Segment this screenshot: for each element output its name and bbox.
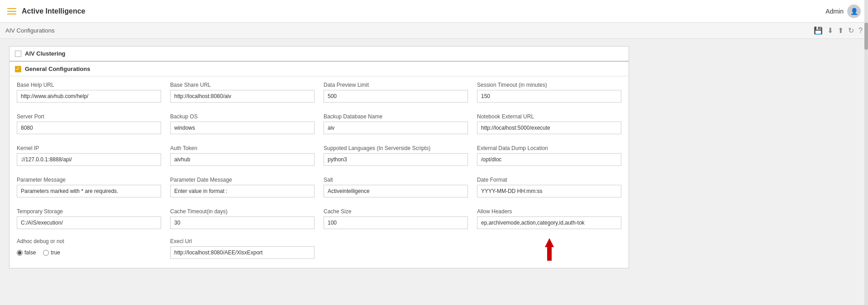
general-panel: General Configurations Base Help URL Bas… [9, 61, 629, 268]
top-nav: Active Intelligence Admin 👤 [0, 0, 868, 23]
kernel-ip-input[interactable] [17, 153, 161, 166]
supported-languages-input[interactable] [324, 153, 468, 166]
svg-marker-0 [545, 238, 554, 261]
breadcrumb-bar: AIV Configurations 💾 ⬇ ⬆ ↻ ? [0, 23, 868, 39]
cache-timeout-label: Cache Timeout(in days) [170, 208, 315, 215]
nav-left: Active Intelligence [7, 7, 86, 15]
clustering-panel-header: AIV Clustering [10, 47, 629, 61]
kernel-ip-field: Kernel IP [17, 145, 161, 166]
backup-os-label: Backup OS [170, 113, 315, 120]
menu-icon[interactable] [7, 8, 16, 14]
data-preview-limit-input[interactable] [324, 90, 468, 103]
backup-os-input[interactable] [170, 122, 315, 134]
scrollbar-thumb[interactable] [864, 23, 868, 50]
execl-url-field: Execl Url [170, 238, 315, 261]
session-timeout-label: Session Timeout (in minutes) [477, 82, 621, 88]
server-port-label: Server Port [17, 113, 161, 120]
execl-url-input[interactable] [170, 246, 315, 259]
base-share-url-label: Base Share URL [170, 82, 315, 88]
base-help-url-input[interactable] [17, 90, 161, 103]
allow-headers-field: Allow Headers [477, 208, 621, 229]
temporary-storage-input[interactable] [17, 216, 161, 229]
server-port-input[interactable] [17, 122, 161, 134]
form-row-4: Parameter Message Parameter Date Message… [10, 171, 629, 203]
help-icon[interactable]: ? [858, 27, 863, 35]
avatar: 👤 [847, 5, 861, 18]
general-panel-title: General Configurations [25, 66, 90, 72]
date-format-field: Date Format [477, 177, 621, 197]
radio-false-input[interactable] [17, 250, 23, 256]
temporary-storage-field: Temporary Storage [17, 208, 161, 229]
auth-token-field: Auth Token [170, 145, 315, 166]
notebook-external-url-field: Notebook External URL [477, 113, 621, 134]
allow-headers-label: Allow Headers [477, 208, 621, 215]
base-share-url-input[interactable] [170, 90, 315, 103]
kernel-ip-label: Kernel IP [17, 145, 161, 151]
breadcrumb: AIV Configurations [5, 27, 54, 34]
cache-timeout-input[interactable] [170, 216, 315, 229]
adhoc-debug-radio-group: false true [17, 246, 161, 259]
cache-size-field: Cache Size [324, 208, 468, 229]
radio-true-input[interactable] [43, 250, 49, 256]
admin-label: Admin [825, 8, 844, 15]
notebook-external-url-input[interactable] [477, 122, 621, 134]
auth-token-input[interactable] [170, 153, 315, 166]
radio-false-label: false [24, 249, 36, 256]
backup-db-name-input[interactable] [324, 122, 468, 134]
base-share-url-field: Base Share URL [170, 82, 315, 103]
backup-os-field: Backup OS [170, 113, 315, 134]
form-row-5: Temporary Storage Cache Timeout(in days)… [10, 203, 629, 235]
radio-true-label: true [51, 249, 60, 256]
base-help-url-label: Base Help URL [17, 82, 161, 88]
clustering-panel: AIV Clustering [9, 46, 629, 61]
scrollbar[interactable] [864, 0, 868, 305]
adhoc-debug-label: Adhoc debug or not [17, 238, 161, 244]
salt-input[interactable] [324, 185, 468, 197]
empty-col-3 [324, 238, 468, 261]
allow-headers-input[interactable] [477, 216, 621, 229]
upload-icon[interactable]: ⬆ [838, 26, 844, 35]
external-data-dump-field: External Data Dump Location [477, 145, 621, 166]
radio-false-option[interactable]: false [17, 249, 36, 256]
radio-true-option[interactable]: true [43, 249, 60, 256]
clustering-panel-title: AIV Clustering [25, 50, 66, 57]
form-row-1: Base Help URL Base Share URL Data Previe… [10, 76, 629, 108]
parameter-date-message-input[interactable] [170, 185, 315, 197]
red-arrow-indicator [543, 238, 556, 261]
cache-size-input[interactable] [324, 216, 468, 229]
data-preview-limit-label: Data Preview Limit [324, 82, 468, 88]
supported-languages-label: Suppoted Languages (In Serverside Script… [324, 145, 468, 151]
external-data-dump-label: External Data Dump Location [477, 145, 621, 151]
arrow-col [477, 238, 621, 261]
download-icon[interactable]: ⬇ [827, 26, 833, 35]
save-config-icon[interactable]: 💾 [814, 26, 823, 35]
parameter-date-message-field: Parameter Date Message [170, 177, 315, 197]
app-title: Active Intelligence [22, 7, 86, 15]
date-format-input[interactable] [477, 185, 621, 197]
form-row-6: Adhoc debug or not false true Execl Url [10, 235, 629, 268]
clustering-checkbox[interactable] [15, 51, 21, 57]
main-content: AIV Clustering General Configurations Ba… [0, 39, 868, 301]
parameter-message-field: Parameter Message [17, 177, 161, 197]
backup-db-name-label: Backup Database Name [324, 113, 468, 120]
refresh-icon[interactable]: ↻ [848, 26, 854, 35]
external-data-dump-input[interactable] [477, 153, 621, 166]
base-help-url-field: Base Help URL [17, 82, 161, 103]
parameter-date-message-label: Parameter Date Message [170, 177, 315, 183]
salt-field: Salt [324, 177, 468, 197]
general-panel-header: General Configurations [10, 62, 629, 76]
server-port-field: Server Port [17, 113, 161, 134]
session-timeout-input[interactable] [477, 90, 621, 103]
session-timeout-field: Session Timeout (in minutes) [477, 82, 621, 103]
backup-db-name-field: Backup Database Name [324, 113, 468, 134]
cache-size-label: Cache Size [324, 208, 468, 215]
form-row-2: Server Port Backup OS Backup Database Na… [10, 108, 629, 140]
general-checkbox[interactable] [15, 66, 21, 72]
breadcrumb-actions: 💾 ⬇ ⬆ ↻ ? [814, 26, 863, 35]
data-preview-limit-field: Data Preview Limit [324, 82, 468, 103]
parameter-message-input[interactable] [17, 185, 161, 197]
auth-token-label: Auth Token [170, 145, 315, 151]
execl-url-label: Execl Url [170, 238, 315, 244]
parameter-message-label: Parameter Message [17, 177, 161, 183]
date-format-label: Date Format [477, 177, 621, 183]
